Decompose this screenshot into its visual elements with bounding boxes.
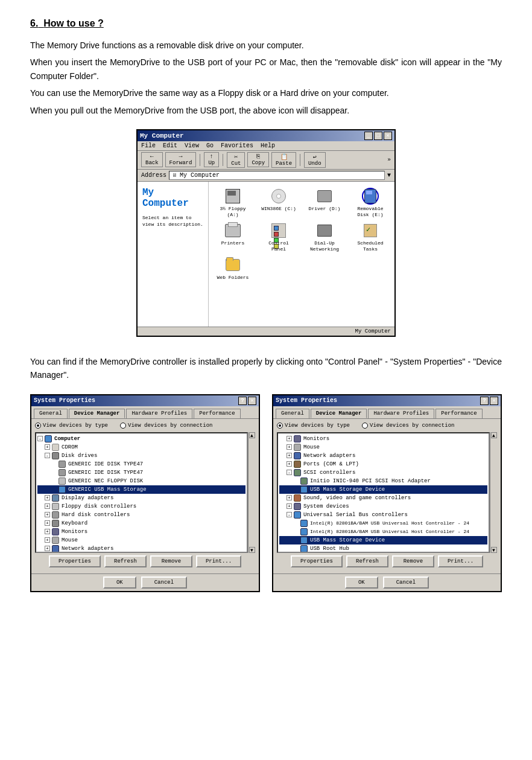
removable-disk-icon-item[interactable]: Removable Disk (E:) (352, 188, 388, 217)
tree-item-scsi-right[interactable]: - SCSI controllers (279, 468, 487, 477)
remove-button-left[interactable]: Remove (150, 555, 192, 567)
tree-item-usb-root-1[interactable]: USB Root Hub (279, 544, 487, 553)
floppy-icon-item[interactable]: 3½ Floppy (A:) (215, 188, 251, 217)
expand-hdctrl[interactable]: + (45, 512, 50, 517)
radio-by-type-left[interactable]: View devices by type (35, 423, 108, 429)
tree-item-hdctrl[interactable]: + Hard disk controllers (37, 511, 245, 519)
devmgr-right-close-button[interactable]: ✕ (490, 397, 498, 405)
menu-edit[interactable]: Edit (163, 142, 177, 149)
tree-item-display[interactable]: + Display adapters (37, 494, 245, 502)
expand-display[interactable]: + (45, 495, 50, 500)
scroll-up-right[interactable]: ▲ (491, 432, 497, 438)
properties-button-left[interactable]: Properties (49, 555, 101, 567)
forward-button[interactable]: → Forward (165, 152, 197, 167)
tree-item-diskdrives[interactable]: - Disk drives (37, 452, 245, 460)
tree-item-usb-ctrl[interactable]: - Universal Serial Bus controllers (279, 511, 487, 519)
expand-diskdrives[interactable]: - (45, 453, 50, 458)
tab-performance-left[interactable]: Performance (194, 409, 240, 418)
address-dropdown[interactable]: ▼ (387, 172, 391, 179)
tree-item-ide2[interactable]: GENERIC IDE DISK TYPE47 (37, 468, 245, 477)
tab-device-manager-left[interactable]: Device Manager (69, 409, 125, 418)
tree-item-mouse[interactable]: + Mouse (37, 536, 245, 544)
expand-monitors-right[interactable]: + (287, 436, 292, 441)
tab-general-right[interactable]: General (276, 409, 309, 418)
harddrive-icon-item[interactable]: Driver (D:) (306, 188, 343, 212)
radio-by-connection-right[interactable]: View devices by connection (362, 423, 454, 429)
tree-item-usb-storage-left[interactable]: GENERIC USB Mass Storage (37, 485, 245, 494)
tab-device-manager-right[interactable]: Device Manager (311, 409, 367, 418)
remove-button-right[interactable]: Remove (392, 555, 434, 567)
expand-floppyctrl[interactable]: + (45, 503, 50, 509)
undo-button[interactable]: ↩ Undo (304, 152, 326, 168)
webfolders-icon-item[interactable]: Web Folders (215, 257, 251, 281)
print-button-right[interactable]: Print... (438, 555, 483, 567)
devmgr-right-help-button[interactable]: ? (480, 397, 489, 405)
maximize-button[interactable]: □ (374, 132, 382, 140)
expand-sysdev[interactable]: + (287, 503, 292, 509)
copy-button[interactable]: ⎘ Copy (247, 152, 269, 167)
expand-cdrom[interactable]: + (45, 444, 50, 450)
menu-help[interactable]: Help (261, 142, 275, 149)
menu-favorites[interactable]: Favorites (221, 142, 253, 149)
expand-usb-ctrl[interactable]: - (287, 512, 292, 517)
cancel-button-right[interactable]: Cancel (383, 576, 429, 589)
back-button[interactable]: ← Back (141, 152, 163, 167)
tree-item-sound[interactable]: + Sound, video and game controllers (279, 494, 487, 502)
tree-item-mouse-right[interactable]: + Mouse (279, 443, 487, 452)
tree-item-computer[interactable]: - Computer (37, 435, 245, 443)
radio-by-connection-left[interactable]: View devices by connection (120, 423, 212, 429)
cdrom-icon-item[interactable]: WIN386E (C:) (261, 188, 297, 212)
minimize-button[interactable]: _ (364, 132, 373, 140)
print-button-left[interactable]: Print... (196, 555, 241, 567)
devmgr-left-close-button[interactable]: ✕ (248, 397, 256, 405)
scroll-up-left[interactable]: ▲ (249, 432, 255, 438)
expand-scsi-right[interactable]: - (287, 470, 292, 475)
expand-network-right[interactable]: + (287, 453, 292, 458)
tab-hardware-profiles-left[interactable]: Hardware Profiles (126, 409, 192, 418)
address-field[interactable]: 🖥 My Computer (169, 171, 385, 180)
tab-performance-right[interactable]: Performance (435, 409, 482, 418)
left-tree-scrollbar[interactable]: ▲ ▼ (248, 432, 255, 553)
tree-item-network-right[interactable]: + Network adapters (279, 452, 487, 460)
devmgr-left-help-button[interactable]: ? (238, 397, 247, 405)
up-button[interactable]: ↑ Up (204, 152, 219, 167)
tree-item-floppy-disk[interactable]: GENERIC NEC FLOPPY DISK (37, 477, 245, 485)
printers-icon-item[interactable]: Printers (215, 222, 251, 246)
expand-computer[interactable]: - (37, 436, 43, 441)
ok-button-left[interactable]: OK (103, 576, 136, 589)
refresh-button-right[interactable]: Refresh (346, 555, 388, 567)
expand-ports-right[interactable]: + (287, 461, 292, 467)
expand-network[interactable]: + (45, 546, 50, 551)
scroll-down-left[interactable]: ▼ (249, 547, 255, 553)
expand-monitors[interactable]: + (45, 529, 50, 534)
tree-item-floppyctrl[interactable]: + Floppy disk controllers (37, 502, 245, 511)
menu-file[interactable]: File (141, 142, 156, 149)
tree-item-inic[interactable]: Initio INIC-940 PCI SCSI Host Adapter (279, 477, 487, 485)
tree-item-intel-usb-1[interactable]: Intel(R) 82801BA/BAM USB Universal Host … (279, 519, 487, 528)
properties-button-right[interactable]: Properties (291, 555, 343, 567)
paste-button[interactable]: 📋 Paste (271, 152, 296, 168)
tree-item-sysdev[interactable]: + System devices (279, 502, 487, 511)
tree-item-usb-mass-usb[interactable]: USB Mass Storage Device (279, 536, 487, 544)
tree-item-network[interactable]: + Network adapters (37, 544, 245, 553)
tab-general-left[interactable]: General (34, 409, 68, 418)
tree-item-keyboard[interactable]: + Keyboard (37, 519, 245, 528)
tree-item-ports-right[interactable]: + Ports (COM & LPT) (279, 460, 487, 468)
menu-view[interactable]: View (185, 142, 199, 149)
right-tree-scrollbar[interactable]: ▲ ▼ (490, 432, 497, 553)
tasks-icon-item[interactable]: Scheduled Tasks (352, 222, 388, 252)
expand-mouse-right[interactable]: + (287, 444, 292, 450)
tree-item-usb-mass-scsi[interactable]: USB Mass Storage Device (279, 485, 487, 494)
scroll-down-right[interactable]: ▼ (491, 547, 497, 553)
ok-button-right[interactable]: OK (345, 576, 378, 589)
tree-item-intel-usb-2[interactable]: Intel(R) 82801BA/BAM USB Universal Host … (279, 528, 487, 536)
radio-by-type-right[interactable]: View devices by type (277, 423, 350, 429)
tab-hardware-profiles-right[interactable]: Hardware Profiles (368, 409, 434, 418)
cut-button[interactable]: ✂ Cut (227, 152, 245, 168)
cancel-button-left[interactable]: Cancel (141, 576, 187, 589)
expand-keyboard[interactable]: + (45, 520, 50, 526)
tree-item-monitors-right[interactable]: + Monitors (279, 435, 487, 443)
tree-item-ide1[interactable]: GENERIC IDE DISK TYPE47 (37, 460, 245, 468)
expand-sound[interactable]: + (287, 495, 292, 500)
dialup-icon-item[interactable]: Dial-Up Networking (306, 222, 343, 252)
